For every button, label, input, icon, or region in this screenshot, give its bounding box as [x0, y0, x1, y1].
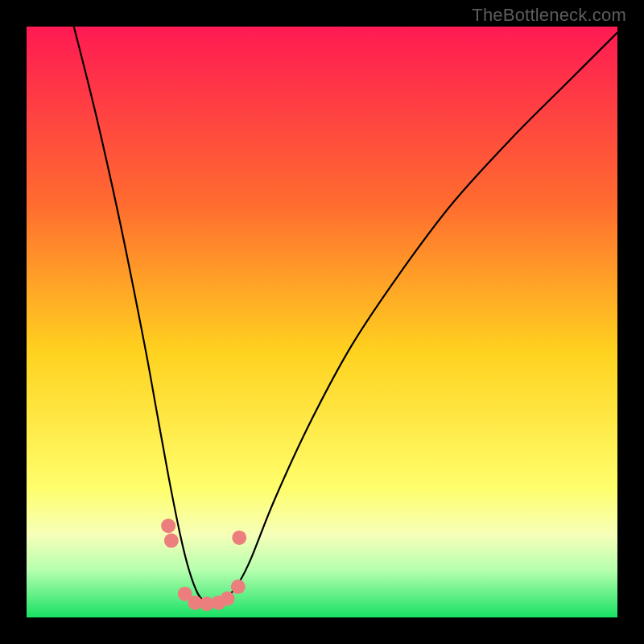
gradient-background	[27, 27, 617, 617]
highlight-dot	[164, 534, 179, 548]
highlight-dot	[161, 518, 175, 533]
watermark-text: TheBottleneck.com	[472, 5, 626, 26]
bottleneck-chart	[27, 27, 617, 617]
chart-frame	[27, 27, 617, 617]
highlight-dot	[232, 530, 246, 545]
highlight-dot	[231, 580, 246, 594]
highlight-dot	[221, 592, 235, 606]
